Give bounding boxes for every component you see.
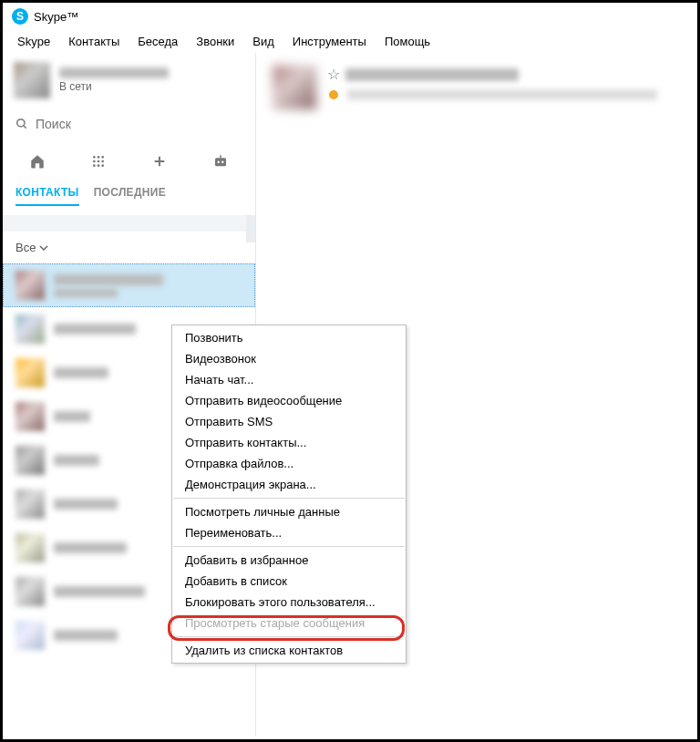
self-avatar [14, 62, 50, 98]
menu-send-sms[interactable]: Отправить SMS [172, 411, 406, 432]
contact-name [54, 586, 145, 597]
filter-dropdown[interactable]: Все [3, 232, 255, 263]
self-status: В сети [59, 80, 169, 93]
menubar: Skype Контакты Беседа Звонки Вид Инструм… [3, 30, 697, 53]
bot-icon[interactable] [208, 151, 233, 171]
scrollbar-icon[interactable] [246, 215, 255, 242]
contact-item[interactable] [3, 263, 255, 307]
svg-point-14 [218, 161, 220, 163]
app-title: Skype™ [34, 10, 78, 24]
filter-label: Все [15, 241, 36, 254]
contact-name [54, 274, 163, 285]
menu-view-old-messages: Просмотреть старые сообщения [172, 613, 406, 634]
menu-tools[interactable]: Инструменты [285, 33, 374, 50]
sidebar-icon-row [3, 144, 255, 182]
tab-recent[interactable]: ПОСЛЕДНИЕ [94, 186, 166, 206]
contact-avatar [15, 271, 45, 300]
svg-line-1 [24, 126, 26, 129]
favorite-star-icon[interactable]: ☆ [327, 66, 340, 83]
contact-context-menu: Позвонить Видеозвонок Начать чат... Отпр… [171, 325, 407, 664]
profile-section[interactable]: В сети [3, 53, 255, 108]
menu-start-chat[interactable]: Начать чат... [172, 369, 406, 390]
sidebar-tabs: КОНТАКТЫ ПОСЛЕДНИЕ [3, 182, 255, 215]
svg-point-9 [98, 164, 100, 167]
menu-conversation[interactable]: Беседа [130, 33, 185, 50]
chat-avatar[interactable] [273, 66, 316, 109]
section-gap [3, 215, 255, 232]
contact-avatar [15, 446, 45, 475]
menu-video-call[interactable]: Видеозвонок [172, 348, 406, 369]
search-icon [15, 118, 28, 130]
contact-avatar [15, 577, 45, 606]
contact-avatar [15, 314, 45, 344]
contact-name [54, 367, 108, 378]
menu-add-favorite[interactable]: Добавить в избранное [172, 550, 406, 571]
menu-add-to-list[interactable]: Добавить в список [172, 571, 406, 592]
contact-name [54, 324, 136, 335]
menu-send-files[interactable]: Отправка файлов... [172, 453, 406, 474]
search-row[interactable] [3, 108, 255, 144]
self-name [59, 67, 169, 78]
menu-separator [173, 498, 405, 499]
away-status-icon [327, 88, 340, 101]
add-contact-icon[interactable] [147, 151, 172, 171]
chat-title [345, 68, 519, 81]
contact-subtext [54, 289, 118, 297]
contact-name [54, 411, 90, 422]
chevron-down-icon [39, 243, 48, 252]
skype-logo-icon [12, 8, 28, 25]
menu-call[interactable]: Позвонить [172, 327, 406, 348]
svg-point-2 [93, 156, 96, 159]
home-icon[interactable] [25, 151, 50, 171]
menu-contacts[interactable]: Контакты [61, 33, 127, 50]
titlebar: Skype™ [3, 3, 697, 30]
svg-point-6 [98, 160, 100, 163]
contact-avatar [15, 402, 45, 431]
menu-separator [173, 546, 405, 547]
svg-point-7 [101, 160, 104, 163]
svg-point-10 [101, 164, 104, 167]
dialpad-icon[interactable] [86, 151, 111, 171]
contact-name [54, 499, 118, 510]
chat-header: ☆ [273, 66, 681, 109]
svg-point-8 [93, 164, 96, 167]
svg-rect-13 [215, 158, 226, 166]
menu-block-user[interactable]: Блокировать этого пользователя... [172, 592, 406, 613]
menu-skype[interactable]: Skype [10, 33, 57, 50]
menu-view-profile[interactable]: Посмотреть личные данные [172, 501, 406, 522]
contact-name [54, 542, 127, 553]
menu-screen-share[interactable]: Демонстрация экрана... [172, 474, 406, 495]
svg-point-5 [93, 160, 96, 163]
search-input[interactable] [36, 117, 242, 131]
svg-point-3 [98, 156, 100, 159]
contact-avatar [15, 358, 45, 387]
menu-calls[interactable]: Звонки [189, 33, 242, 50]
menu-help[interactable]: Помощь [377, 33, 438, 50]
contact-avatar [15, 533, 45, 562]
contact-avatar [15, 621, 45, 650]
svg-point-0 [17, 119, 25, 127]
contact-name [54, 455, 99, 466]
menu-send-video-message[interactable]: Отправить видеосообщение [172, 390, 406, 411]
menu-remove-contact[interactable]: Удалить из списка контактов [172, 640, 406, 661]
menu-view[interactable]: Вид [245, 33, 282, 50]
contact-name [54, 630, 118, 641]
menu-send-contacts[interactable]: Отправить контакты... [172, 432, 406, 453]
menu-rename[interactable]: Переименовать... [172, 522, 406, 543]
svg-point-15 [221, 161, 223, 163]
tab-contacts[interactable]: КОНТАКТЫ [15, 186, 79, 206]
chat-mood [347, 89, 657, 100]
contact-avatar [15, 490, 45, 519]
menu-separator [173, 636, 405, 637]
svg-point-4 [101, 156, 104, 159]
